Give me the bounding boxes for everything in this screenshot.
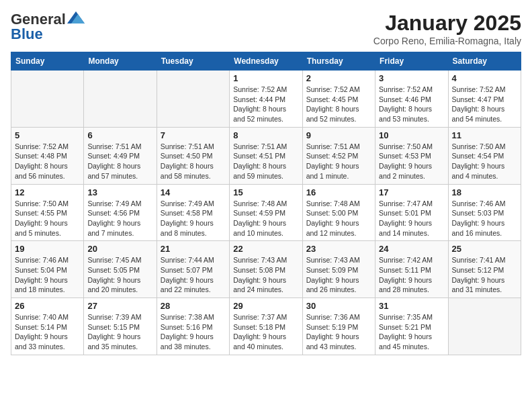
day-number: 16 bbox=[306, 187, 371, 197]
day-number: 27 bbox=[87, 301, 152, 311]
header-thursday: Thursday bbox=[302, 52, 375, 71]
header-sunday: Sunday bbox=[11, 52, 84, 71]
day-info: Sunrise: 7:49 AM Sunset: 4:56 PM Dayligh… bbox=[87, 199, 152, 238]
header-wednesday: Wednesday bbox=[230, 52, 302, 71]
day-number: 14 bbox=[161, 187, 226, 197]
day-number: 12 bbox=[15, 187, 80, 197]
location-subtitle: Corpo Reno, Emilia-Romagna, Italy bbox=[373, 36, 521, 46]
day-number: 22 bbox=[233, 244, 298, 254]
table-row: 16Sunrise: 7:48 AM Sunset: 5:00 PM Dayli… bbox=[302, 184, 375, 241]
day-number: 3 bbox=[379, 73, 444, 83]
day-number: 18 bbox=[452, 187, 517, 197]
day-number: 2 bbox=[306, 73, 371, 83]
day-number: 9 bbox=[306, 130, 371, 140]
day-info: Sunrise: 7:40 AM Sunset: 5:14 PM Dayligh… bbox=[15, 312, 80, 352]
day-info: Sunrise: 7:44 AM Sunset: 5:07 PM Dayligh… bbox=[161, 255, 226, 295]
day-info: Sunrise: 7:39 AM Sunset: 5:15 PM Dayligh… bbox=[87, 312, 152, 352]
day-info: Sunrise: 7:48 AM Sunset: 4:59 PM Dayligh… bbox=[233, 199, 298, 238]
day-number: 29 bbox=[233, 301, 298, 311]
table-row bbox=[448, 298, 521, 355]
day-info: Sunrise: 7:43 AM Sunset: 5:09 PM Dayligh… bbox=[306, 255, 371, 295]
table-row: 5Sunrise: 7:52 AM Sunset: 4:48 PM Daylig… bbox=[11, 127, 84, 184]
day-info: Sunrise: 7:43 AM Sunset: 5:08 PM Dayligh… bbox=[233, 255, 298, 295]
day-info: Sunrise: 7:48 AM Sunset: 5:00 PM Dayligh… bbox=[306, 199, 371, 238]
table-row: 11Sunrise: 7:50 AM Sunset: 4:54 PM Dayli… bbox=[448, 127, 521, 184]
day-info: Sunrise: 7:50 AM Sunset: 4:55 PM Dayligh… bbox=[15, 199, 80, 238]
table-row: 13Sunrise: 7:49 AM Sunset: 4:56 PM Dayli… bbox=[84, 184, 157, 241]
day-number: 20 bbox=[87, 244, 152, 254]
day-info: Sunrise: 7:45 AM Sunset: 5:05 PM Dayligh… bbox=[87, 255, 152, 295]
header-monday: Monday bbox=[84, 52, 157, 71]
day-number: 23 bbox=[306, 244, 371, 254]
calendar-week-row: 19Sunrise: 7:46 AM Sunset: 5:04 PM Dayli… bbox=[11, 241, 521, 298]
header-tuesday: Tuesday bbox=[157, 52, 229, 71]
table-row: 9Sunrise: 7:51 AM Sunset: 4:52 PM Daylig… bbox=[302, 127, 375, 184]
day-info: Sunrise: 7:51 AM Sunset: 4:51 PM Dayligh… bbox=[233, 142, 298, 181]
table-row: 12Sunrise: 7:50 AM Sunset: 4:55 PM Dayli… bbox=[11, 184, 84, 241]
day-info: Sunrise: 7:46 AM Sunset: 5:04 PM Dayligh… bbox=[15, 255, 80, 295]
day-number: 17 bbox=[379, 187, 444, 197]
table-row: 27Sunrise: 7:39 AM Sunset: 5:15 PM Dayli… bbox=[84, 298, 157, 355]
logo: General Blue bbox=[11, 11, 85, 43]
table-row: 31Sunrise: 7:35 AM Sunset: 5:21 PM Dayli… bbox=[375, 298, 448, 355]
day-info: Sunrise: 7:51 AM Sunset: 4:50 PM Dayligh… bbox=[161, 142, 226, 181]
header-friday: Friday bbox=[375, 52, 448, 71]
table-row bbox=[11, 71, 84, 128]
day-number: 28 bbox=[161, 301, 226, 311]
day-info: Sunrise: 7:51 AM Sunset: 4:49 PM Dayligh… bbox=[87, 142, 152, 181]
table-row: 2Sunrise: 7:52 AM Sunset: 4:45 PM Daylig… bbox=[302, 71, 375, 128]
table-row: 1Sunrise: 7:52 AM Sunset: 4:44 PM Daylig… bbox=[230, 71, 302, 128]
day-info: Sunrise: 7:49 AM Sunset: 4:58 PM Dayligh… bbox=[161, 199, 226, 238]
day-number: 26 bbox=[15, 301, 80, 311]
table-row: 15Sunrise: 7:48 AM Sunset: 4:59 PM Dayli… bbox=[230, 184, 302, 241]
table-row: 26Sunrise: 7:40 AM Sunset: 5:14 PM Dayli… bbox=[11, 298, 84, 355]
day-info: Sunrise: 7:52 AM Sunset: 4:44 PM Dayligh… bbox=[233, 85, 298, 124]
day-info: Sunrise: 7:52 AM Sunset: 4:46 PM Dayligh… bbox=[379, 85, 444, 124]
day-number: 30 bbox=[306, 301, 371, 311]
calendar-table: Sunday Monday Tuesday Wednesday Thursday… bbox=[11, 52, 521, 355]
day-number: 21 bbox=[161, 244, 226, 254]
day-info: Sunrise: 7:37 AM Sunset: 5:18 PM Dayligh… bbox=[233, 312, 298, 352]
day-info: Sunrise: 7:50 AM Sunset: 4:54 PM Dayligh… bbox=[452, 142, 517, 181]
day-info: Sunrise: 7:47 AM Sunset: 5:01 PM Dayligh… bbox=[379, 199, 444, 238]
table-row: 21Sunrise: 7:44 AM Sunset: 5:07 PM Dayli… bbox=[157, 241, 229, 298]
day-number: 15 bbox=[233, 187, 298, 197]
day-number: 7 bbox=[161, 130, 226, 140]
day-info: Sunrise: 7:50 AM Sunset: 4:53 PM Dayligh… bbox=[379, 142, 444, 181]
day-number: 6 bbox=[87, 130, 152, 140]
table-row: 30Sunrise: 7:36 AM Sunset: 5:19 PM Dayli… bbox=[302, 298, 375, 355]
day-number: 10 bbox=[379, 130, 444, 140]
day-info: Sunrise: 7:35 AM Sunset: 5:21 PM Dayligh… bbox=[379, 312, 444, 352]
table-row: 8Sunrise: 7:51 AM Sunset: 4:51 PM Daylig… bbox=[230, 127, 302, 184]
table-row: 20Sunrise: 7:45 AM Sunset: 5:05 PM Dayli… bbox=[84, 241, 157, 298]
calendar-header-row: Sunday Monday Tuesday Wednesday Thursday… bbox=[11, 52, 521, 71]
day-number: 4 bbox=[452, 73, 517, 83]
table-row: 17Sunrise: 7:47 AM Sunset: 5:01 PM Dayli… bbox=[375, 184, 448, 241]
day-info: Sunrise: 7:36 AM Sunset: 5:19 PM Dayligh… bbox=[306, 312, 371, 352]
table-row: 24Sunrise: 7:42 AM Sunset: 5:11 PM Dayli… bbox=[375, 241, 448, 298]
day-info: Sunrise: 7:52 AM Sunset: 4:45 PM Dayligh… bbox=[306, 85, 371, 124]
day-info: Sunrise: 7:42 AM Sunset: 5:11 PM Dayligh… bbox=[379, 255, 444, 295]
table-row: 14Sunrise: 7:49 AM Sunset: 4:58 PM Dayli… bbox=[157, 184, 229, 241]
day-info: Sunrise: 7:52 AM Sunset: 4:48 PM Dayligh… bbox=[15, 142, 80, 181]
day-number: 31 bbox=[379, 301, 444, 311]
day-info: Sunrise: 7:41 AM Sunset: 5:12 PM Dayligh… bbox=[452, 255, 517, 295]
day-number: 19 bbox=[15, 244, 80, 254]
table-row: 10Sunrise: 7:50 AM Sunset: 4:53 PM Dayli… bbox=[375, 127, 448, 184]
day-number: 24 bbox=[379, 244, 444, 254]
day-info: Sunrise: 7:46 AM Sunset: 5:03 PM Dayligh… bbox=[452, 199, 517, 238]
calendar-week-row: 26Sunrise: 7:40 AM Sunset: 5:14 PM Dayli… bbox=[11, 298, 521, 355]
day-info: Sunrise: 7:51 AM Sunset: 4:52 PM Dayligh… bbox=[306, 142, 371, 181]
calendar-week-row: 5Sunrise: 7:52 AM Sunset: 4:48 PM Daylig… bbox=[11, 127, 521, 184]
table-row: 3Sunrise: 7:52 AM Sunset: 4:46 PM Daylig… bbox=[375, 71, 448, 128]
logo-icon bbox=[67, 11, 85, 25]
page-header: General Blue January 2025 Corpo Reno, Em… bbox=[11, 11, 521, 46]
header-saturday: Saturday bbox=[448, 52, 521, 71]
day-info: Sunrise: 7:38 AM Sunset: 5:16 PM Dayligh… bbox=[161, 312, 226, 352]
table-row: 28Sunrise: 7:38 AM Sunset: 5:16 PM Dayli… bbox=[157, 298, 229, 355]
month-title: January 2025 bbox=[373, 11, 521, 36]
calendar-week-row: 12Sunrise: 7:50 AM Sunset: 4:55 PM Dayli… bbox=[11, 184, 521, 241]
day-number: 1 bbox=[233, 73, 298, 83]
table-row bbox=[84, 71, 157, 128]
table-row bbox=[157, 71, 229, 128]
